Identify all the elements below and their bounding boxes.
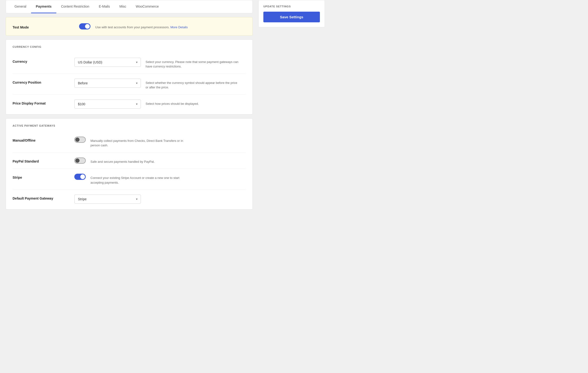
currency-label: Currency bbox=[13, 58, 74, 64]
tab-emails[interactable]: E-Mails bbox=[94, 0, 115, 13]
stripe-description: Connect your existing Stripe Account or … bbox=[91, 174, 186, 185]
price-display-format-control: $100 $100.00 100 USD ▾ Select how prices… bbox=[74, 100, 246, 108]
tab-general[interactable]: General bbox=[10, 0, 31, 13]
default-gateway-select[interactable]: Stripe PayPal Standard Manual/Offline bbox=[74, 195, 141, 204]
currency-description: Select your currency. Please note that s… bbox=[146, 58, 241, 69]
sidebar: UPDATE SETTINGS Save Settings bbox=[258, 0, 325, 210]
tab-content-restriction[interactable]: Content Restriction bbox=[56, 0, 94, 13]
price-display-format-select[interactable]: $100 $100.00 100 USD bbox=[74, 100, 141, 108]
currency-config-title: CURRENCY CONFIG bbox=[13, 45, 246, 48]
currency-select[interactable]: US Dollar (USD) Euro (EUR) British Pound… bbox=[74, 58, 141, 67]
paypal-standard-label: PayPal Standard bbox=[13, 158, 74, 163]
test-mode-toggle[interactable] bbox=[79, 23, 91, 30]
stripe-label: Stripe bbox=[13, 174, 74, 179]
paypal-standard-toggle[interactable] bbox=[74, 158, 86, 164]
manual-offline-row: Manual/Offline Manually collect payments… bbox=[13, 132, 246, 153]
currency-select-wrapper: US Dollar (USD) Euro (EUR) British Pound… bbox=[74, 58, 141, 67]
update-settings-card: UPDATE SETTINGS Save Settings bbox=[258, 0, 325, 27]
currency-position-select[interactable]: Before After bbox=[74, 79, 141, 88]
test-mode-label: Test Mode bbox=[13, 23, 74, 29]
test-mode-card: Test Mode Use with test accounts from yo… bbox=[6, 17, 253, 36]
currency-control: US Dollar (USD) Euro (EUR) British Pound… bbox=[74, 58, 246, 69]
manual-offline-label: Manual/Offline bbox=[13, 137, 74, 142]
tab-misc[interactable]: Misc bbox=[115, 0, 131, 13]
test-mode-more-details-link[interactable]: More Details bbox=[170, 25, 188, 29]
paypal-standard-description: Safe and secure payments handled by PayP… bbox=[91, 158, 155, 164]
price-display-format-label: Price Display Format bbox=[13, 100, 74, 105]
currency-row: Currency US Dollar (USD) Euro (EUR) Brit… bbox=[13, 53, 246, 74]
tab-payments[interactable]: Payments bbox=[31, 0, 56, 13]
save-settings-button[interactable]: Save Settings bbox=[263, 12, 320, 22]
stripe-control: Connect your existing Stripe Account or … bbox=[74, 174, 246, 185]
default-gateway-label: Default Payment Gateway bbox=[13, 195, 74, 200]
payment-gateways-card: ACTIVE PAYMENT GATEWAYS Manual/Offline M… bbox=[6, 118, 253, 210]
default-gateway-control: Stripe PayPal Standard Manual/Offline ▾ bbox=[74, 195, 246, 204]
currency-config-card: CURRENCY CONFIG Currency US Dollar (USD)… bbox=[6, 39, 253, 115]
stripe-toggle[interactable] bbox=[74, 174, 86, 180]
test-mode-description: Use with test accounts from your payment… bbox=[95, 23, 188, 30]
paypal-standard-row: PayPal Standard Safe and secure payments… bbox=[13, 153, 246, 169]
test-mode-row: Test Mode Use with test accounts from yo… bbox=[13, 23, 246, 30]
manual-offline-control: Manually collect payments from Checks, D… bbox=[74, 137, 246, 148]
default-gateway-select-wrapper: Stripe PayPal Standard Manual/Offline ▾ bbox=[74, 195, 141, 204]
stripe-row: Stripe Connect your existing Stripe Acco… bbox=[13, 169, 246, 190]
default-gateway-row: Default Payment Gateway Stripe PayPal St… bbox=[13, 190, 246, 204]
tabs-container: General Payments Content Restriction E-M… bbox=[6, 0, 253, 13]
price-display-format-row: Price Display Format $100 $100.00 100 US… bbox=[13, 95, 246, 108]
manual-offline-description: Manually collect payments from Checks, D… bbox=[91, 137, 186, 148]
price-display-format-description: Select how prices should be displayed. bbox=[146, 100, 199, 106]
currency-position-control: Before After ▾ Select whether the curren… bbox=[74, 79, 246, 90]
currency-position-label: Currency Position bbox=[13, 79, 74, 84]
currency-position-select-wrapper: Before After ▾ bbox=[74, 79, 141, 88]
paypal-standard-control: Safe and secure payments handled by PayP… bbox=[74, 158, 246, 164]
currency-position-row: Currency Position Before After ▾ Select … bbox=[13, 74, 246, 95]
currency-position-description: Select whether the currency symbol shoul… bbox=[146, 79, 241, 90]
update-settings-title: UPDATE SETTINGS bbox=[263, 5, 320, 8]
price-display-format-select-wrapper: $100 $100.00 100 USD ▾ bbox=[74, 100, 141, 108]
tab-woocommerce[interactable]: WooCommerce bbox=[131, 0, 163, 13]
payment-gateways-title: ACTIVE PAYMENT GATEWAYS bbox=[13, 124, 246, 127]
manual-offline-toggle[interactable] bbox=[74, 137, 86, 143]
